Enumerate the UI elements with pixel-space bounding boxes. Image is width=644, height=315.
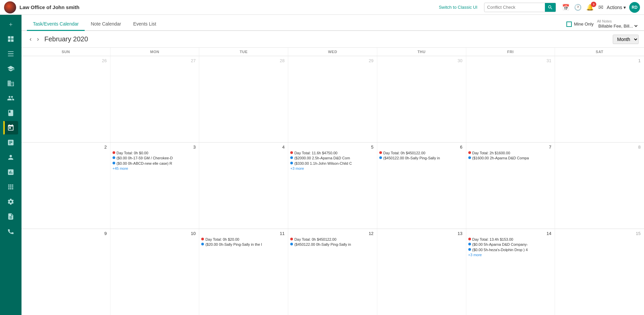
day-cell[interactable]: 8: [555, 143, 644, 229]
sidebar-item-settings[interactable]: [3, 195, 18, 208]
day-cell[interactable]: 27: [111, 56, 200, 142]
calendar-title: February 2020: [44, 35, 610, 43]
list-item[interactable]: ($2000.00 2.5h-Aparna D&D Com: [290, 156, 375, 160]
sidebar-item-ledger[interactable]: [3, 106, 18, 120]
tab-note-calendar[interactable]: Note Calendar: [85, 18, 127, 31]
sidebar-item-building[interactable]: [3, 77, 18, 90]
list-item[interactable]: ($0.00 5h-heza's-Dolphin Drop ) 4: [468, 247, 553, 252]
sidebar-item-chart[interactable]: [3, 165, 18, 179]
more-link[interactable]: +45 more: [113, 166, 197, 170]
event-text: Day Total: 0h $450122.00: [383, 151, 425, 155]
clock-icon[interactable]: 🕐: [574, 4, 582, 11]
day-number: 3: [113, 144, 197, 150]
tab-events-list[interactable]: Events List: [127, 18, 162, 31]
day-cell[interactable]: 1: [555, 56, 644, 142]
actions-button[interactable]: Actions ▾: [607, 5, 626, 10]
next-month-button[interactable]: ›: [34, 34, 42, 44]
sidebar-item-doc[interactable]: [3, 210, 18, 223]
day-cell[interactable]: 9: [22, 229, 111, 315]
mail-icon[interactable]: ✉: [598, 4, 603, 11]
day-cell[interactable]: 30: [377, 56, 466, 142]
day-cell[interactable]: 31: [466, 56, 555, 142]
list-item[interactable]: ($20.00 0h-Sally Ping-Sally in the l: [201, 242, 286, 247]
list-item[interactable]: Day Total: 0h $450122.00: [379, 151, 464, 155]
more-link[interactable]: +3 more: [290, 166, 375, 170]
switch-to-classic-link[interactable]: Switch to Classic UI: [439, 5, 477, 10]
notification-icon[interactable]: 🔔 9: [586, 4, 594, 11]
tab-task-events-calendar[interactable]: Task/Events Calendar: [27, 18, 85, 31]
sidebar-item-add[interactable]: ＋: [3, 17, 18, 31]
more-link[interactable]: +3 more: [468, 253, 553, 257]
day-cell[interactable]: 26: [22, 56, 111, 142]
day-cell[interactable]: 11 Day Total: 0h $20.00 ($20.00 0h-Sally…: [199, 229, 288, 315]
dot-red-icon: [201, 238, 204, 240]
list-item[interactable]: ($1600.00 2h-Aparna D&D Compa: [468, 156, 553, 160]
list-item[interactable]: ($330.00 1.1h-John Wilson-Child C: [290, 161, 375, 166]
day-number: 28: [201, 57, 286, 64]
day-number: 27: [113, 57, 197, 64]
dot-red-icon: [468, 238, 471, 240]
list-item[interactable]: ($450122.00 0h-Sally Ping-Sally in: [379, 156, 464, 160]
day-number: 4: [201, 144, 286, 150]
event-text: Day Total: 0h $20.00: [205, 237, 239, 242]
day-number: 31: [468, 57, 553, 64]
month-select-wrapper: Month: [613, 35, 639, 44]
app-title: Law Office of John smith: [19, 4, 79, 10]
dot-blue-icon: [290, 156, 293, 159]
day-cell[interactable]: 14 Day Total: 13.4h $153.00 ($0.00 5h-Ap…: [466, 229, 555, 315]
list-item[interactable]: Day Total: 11.6h $4750.00: [290, 151, 375, 155]
dot-blue-icon: [468, 248, 471, 251]
day-cell[interactable]: 7 Day Total: 2h $1600.00 ($1600.00 2h-Ap…: [466, 143, 555, 229]
sidebar-item-tasks[interactable]: [3, 136, 18, 149]
list-item[interactable]: ($0.00 0h-17-59 GM / Cherokee-D: [113, 156, 197, 160]
mine-only-checkbox[interactable]: [566, 22, 572, 27]
day-number: 5: [290, 144, 375, 150]
prev-month-button[interactable]: ‹: [27, 34, 34, 44]
view-select[interactable]: Month: [613, 35, 639, 44]
day-header-wed: WED: [288, 48, 377, 56]
day-cell[interactable]: 13: [377, 229, 466, 315]
list-item[interactable]: Day Total: 13.4h $153.00: [468, 237, 553, 242]
sidebar-item-graduation[interactable]: [3, 62, 18, 75]
list-item[interactable]: Day Total: 2h $1600.00: [468, 151, 553, 155]
content-area: Task/Events Calendar Note Calendar Event…: [22, 15, 644, 315]
day-cell[interactable]: 28: [199, 56, 288, 142]
event-text: Day Total: 11.6h $4750.00: [294, 151, 337, 155]
sidebar-item-people[interactable]: [3, 91, 18, 105]
day-header-mon: MON: [111, 48, 200, 56]
list-item[interactable]: ($450122.00 0h-Sally Ping-Sally in: [290, 242, 375, 247]
list-item[interactable]: Day Total: 0h $450122.00: [290, 237, 375, 242]
conflict-check-button[interactable]: [545, 3, 556, 12]
day-cell[interactable]: 6 Day Total: 0h $450122.00 ($450122.00 0…: [377, 143, 466, 229]
list-item[interactable]: ($0.00 5h-Aparna D&D Company-: [468, 242, 553, 247]
calendar-header-icon[interactable]: 📅: [562, 4, 569, 11]
day-cell[interactable]: 4: [199, 143, 288, 229]
day-number: 12: [290, 230, 375, 237]
list-item[interactable]: Day Total: 0h $0.00: [113, 151, 197, 155]
all-notes-select[interactable]: Billable Fee, Bill...: [597, 23, 639, 29]
app-logo: [4, 1, 16, 13]
day-cell[interactable]: 12 Day Total: 0h $450122.00 ($450122.00 …: [288, 229, 377, 315]
avatar[interactable]: RD: [629, 2, 640, 13]
sidebar-item-dashboard[interactable]: [3, 32, 18, 46]
day-cell[interactable]: 10: [111, 229, 200, 315]
mine-only-label: Mine Only: [574, 22, 594, 27]
day-cell[interactable]: 15: [555, 229, 644, 315]
day-cell[interactable]: 2: [22, 143, 111, 229]
day-cell[interactable]: 5 Day Total: 11.6h $4750.00 ($2000.00 2.…: [288, 143, 377, 229]
sidebar-item-phone[interactable]: [3, 225, 18, 238]
day-cell[interactable]: 3 Day Total: 0h $0.00 ($0.00 0h-17-59 GM…: [111, 143, 200, 229]
sidebar-item-grid[interactable]: [3, 180, 18, 194]
list-item[interactable]: Day Total: 0h $20.00: [201, 237, 286, 242]
conflict-check-input[interactable]: [484, 3, 545, 11]
tabs-right: Mine Only All Notes Billable Fee, Bill..…: [566, 19, 639, 29]
sidebar-item-person[interactable]: [3, 151, 18, 164]
dot-blue-icon: [113, 162, 115, 164]
sidebar-item-calendar[interactable]: [3, 121, 18, 134]
sidebar-item-list[interactable]: [3, 47, 18, 61]
day-cell[interactable]: 29: [288, 56, 377, 142]
dot-red-icon: [113, 151, 115, 154]
list-item[interactable]: ($0.00 0h-ABCD-new elle case) R: [113, 161, 197, 166]
day-header-tue: TUE: [199, 48, 288, 56]
day-headers: SUN MON TUE WED THU FRI SAT: [22, 48, 644, 56]
